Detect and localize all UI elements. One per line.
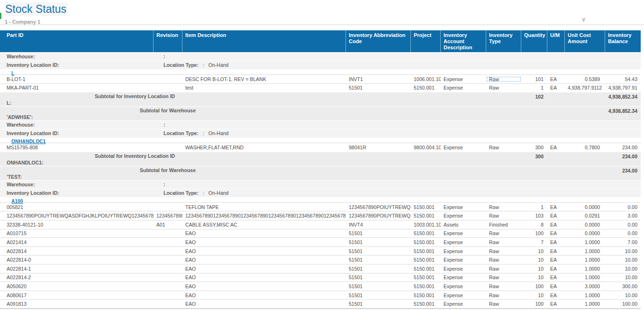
subtotal-label-block: Subtotal for Inventory Location IDONHAND… (0, 152, 521, 166)
inventory-location-row: Inventory Location ID:ONHANDLOC1Location… (0, 129, 641, 137)
project-cell: 5150.001 (411, 266, 441, 272)
part-id-cell: A091813 (0, 301, 154, 307)
col-header-inventory-balance: Inventory Balance (605, 30, 641, 52)
inventory-location-label: Inventory Location ID: (7, 129, 641, 137)
subtitle-row: 1 - Company 1 Y (0, 16, 644, 25)
subtotal-um-cell (547, 107, 565, 120)
unit-cost-cell: 0.0000 (565, 230, 605, 236)
table-row[interactable]: A022814-2EAO515015150.001ExpenseRaw10EA1… (0, 273, 641, 282)
col-header-u-m: U/M (547, 30, 565, 52)
inventory-location-link[interactable]: ONHANDLOC1 (11, 137, 641, 146)
part-id-cell: A021414 (0, 239, 154, 245)
account-description-cell: Expense (441, 230, 486, 236)
unit-cost-cell: 1.0000 (565, 274, 605, 280)
part-id-cell: A022814-1 (0, 266, 154, 272)
um-cell: EA (547, 213, 565, 219)
inventory-balance-cell: 10.00 (605, 266, 641, 272)
table-row[interactable]: 32338-40121-10A01CABLE ASSY,MISC ACINVT4… (0, 220, 641, 229)
quantity-cell: 100 (521, 301, 547, 307)
table-row[interactable]: A010715EAO515015150.001ExpenseRaw100EA0.… (0, 229, 641, 238)
colon-separator: : (203, 130, 204, 136)
inventory-abbreviation-cell: 51501 (346, 266, 411, 272)
part-id-cell: 1234567890POIUYTREWQASDFGHJKLPOIUYTREWQ1… (0, 213, 154, 219)
account-description-cell: Expense (441, 239, 486, 245)
account-description-cell: Expense (441, 274, 486, 280)
subtotal-name: ONHANDLOC1: (7, 160, 44, 165)
part-id-cell: A080617 (0, 292, 154, 298)
subtotal-unit-cost-cell (565, 92, 605, 106)
col-header-part-id: Part ID (0, 30, 154, 52)
um-cell: EA (547, 283, 565, 289)
warehouse-label: Warehouse: (7, 121, 641, 129)
table-row[interactable]: A022814EAO515015150.001ExpenseRaw10EA1.0… (0, 246, 641, 255)
subtotal-um-cell (547, 152, 565, 166)
table-row[interactable]: MKA-PART-01test515015150.001ExpenseRaw1E… (0, 83, 641, 92)
inventory-balance-cell: 3.00 (605, 213, 641, 219)
location-type-label: Location Type: (163, 130, 199, 136)
item-description-cell: EAO (182, 283, 346, 289)
account-description-cell: Expense (441, 85, 486, 91)
subtotal-label-block: Subtotal for Warehouse'TEST: (0, 166, 521, 180)
item-description-cell: EAO (182, 248, 346, 254)
inventory-location-link[interactable]: A100 (11, 197, 641, 205)
part-id-cell: MKA-PART-01 (0, 85, 154, 91)
um-cell: EA (547, 266, 565, 272)
project-cell: 1003.001.10 (411, 222, 441, 228)
inventory-abbreviation-cell: 51501 (346, 230, 411, 236)
project-cell: 5150.001 (411, 283, 441, 289)
table-row[interactable]: A080617EAO515015150.001ExpenseRaw10EA1.0… (0, 291, 641, 300)
inventory-balance-cell: 4,938,797.91 (605, 85, 641, 91)
inventory-abbreviation-cell: 51501 (346, 248, 411, 254)
subtotal-name: L: (7, 100, 11, 106)
subtotal-name: 'TEST: (7, 174, 22, 180)
table-row[interactable]: A022814-1EAO515015150.001ExpenseRaw10EA1… (0, 264, 641, 273)
col-header-item-description: Item Description (182, 30, 346, 52)
table-row[interactable]: A021414EAO515015150.001ExpenseRaw7EA1.00… (0, 237, 641, 246)
quantity-cell: 10 (521, 248, 547, 254)
quantity-cell: 10 (521, 274, 547, 280)
account-description-cell: Assets (441, 222, 486, 228)
inventory-balance-cell: 0.00 (605, 230, 641, 236)
inventory-abbreviation-cell: 51501 (346, 239, 411, 245)
table-row[interactable]: A050620EAO515015150.001ExpenseRaw100EA3.… (0, 282, 641, 291)
quantity-cell: 10 (521, 257, 547, 263)
inventory-location-row: Inventory Location ID:LLocation Type::On… (0, 61, 641, 69)
account-description-cell: Expense (441, 266, 486, 272)
inventory-type-cell: Raw (486, 274, 521, 280)
inventory-type-cell: Finished (486, 222, 521, 228)
project-cell: 5150.001 (411, 248, 441, 254)
project-cell: 5150.001 (411, 85, 441, 91)
subtotal-name: 'ADWHSE': (7, 114, 33, 120)
inventory-type-cell: Raw (486, 257, 521, 263)
um-cell: EA (547, 248, 565, 254)
table-row[interactable]: A091813EAO515015150.001ExpenseRaw100EA1.… (0, 299, 641, 308)
inventory-location-link[interactable]: L (11, 69, 641, 77)
subtotal-balance: 4,938,852.34 (605, 92, 641, 106)
inventory-abbreviation-cell: 51501 (346, 85, 411, 91)
colon-separator: : (203, 62, 204, 68)
inventory-type-cell: Raw (486, 239, 521, 245)
table-row[interactable]: 1234567890POIUYTREWQASDFGHJKLPOIUYTREWQ1… (0, 211, 641, 220)
quantity-cell: 7 (521, 239, 547, 245)
quantity-cell: 10 (521, 266, 547, 272)
table-row[interactable]: A022814-0EAO515015150.001ExpenseRaw10EA1… (0, 255, 641, 264)
inventory-location-label: Inventory Location ID: (7, 61, 641, 69)
unit-cost-cell: 3.0000 (565, 283, 605, 289)
inventory-abbreviation-cell: 51501 (346, 292, 411, 298)
unit-cost-cell: 1.0000 (565, 292, 605, 298)
item-description-cell: EAO (182, 274, 346, 280)
um-cell: EA (547, 257, 565, 263)
subtotal-label: Subtotal for Inventory Location ID (95, 153, 175, 159)
location-type-value: On-Hand (209, 190, 229, 196)
item-description-cell: EAO (182, 257, 346, 263)
subtotal-um-cell (547, 92, 565, 106)
col-header-inventory-type: Inventory Type (486, 30, 521, 52)
col-header-unit-cost-amount: Unit Cost Amount (565, 30, 605, 52)
location-type-value: On-Hand (209, 130, 229, 136)
quantity-cell: 103 (521, 213, 547, 219)
unit-cost-cell: 0.0291 (565, 213, 605, 219)
inventory-type-cell: Raw (486, 248, 521, 254)
unit-cost-cell: 1.0000 (565, 301, 605, 307)
location-type-value: On-Hand (209, 62, 229, 68)
unit-cost-cell: 1.0000 (565, 266, 605, 272)
